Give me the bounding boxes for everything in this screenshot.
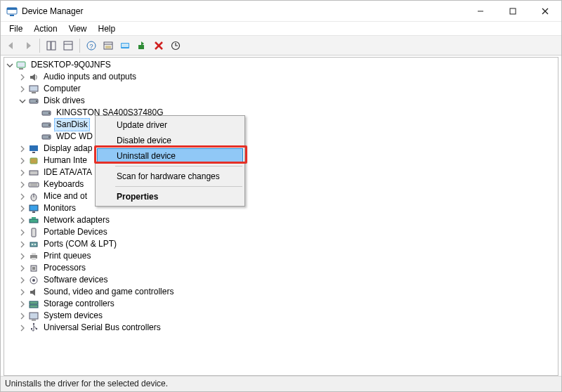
chevron-right-icon[interactable]	[18, 192, 27, 201]
tree-item-label: Disk drives	[42, 95, 86, 107]
toolbar: ?	[1, 36, 561, 55]
tree-disk-drives[interactable]: Disk drives	[18, 95, 558, 107]
menubar: File Action View Help	[1, 22, 561, 36]
svg-rect-49	[30, 242, 37, 247]
chevron-right-icon[interactable]	[18, 204, 27, 213]
tree-item-label: Monitors	[42, 202, 77, 214]
chevron-right-icon[interactable]	[18, 85, 27, 93]
chevron-right-icon[interactable]	[18, 73, 27, 81]
uninstall-device-button[interactable]	[151, 38, 166, 53]
tree-item-label: Network adapters	[42, 214, 111, 226]
chevron-right-icon[interactable]	[18, 276, 27, 285]
menu-view[interactable]: View	[63, 22, 93, 35]
context-separator	[115, 186, 242, 187]
menu-file[interactable]: File	[4, 22, 28, 35]
tree-item-label: Storage controllers	[42, 298, 116, 310]
chevron-down-icon[interactable]	[6, 61, 14, 70]
tree-computer[interactable]: Computer	[18, 83, 558, 95]
cpu-icon	[28, 263, 39, 274]
tree-storage[interactable]: Storage controllers	[18, 298, 558, 310]
tree-item-label: Sound, video and game controllers	[42, 286, 175, 298]
display-icon	[28, 143, 39, 155]
tree-item-label: Software devices	[42, 274, 109, 286]
tree-item-label: System devices	[42, 310, 104, 322]
forward-button[interactable]	[20, 38, 36, 53]
svg-point-63	[33, 322, 34, 324]
tree-system[interactable]: System devices	[18, 310, 558, 322]
status-bar: Uninstalls the driver for the selected d…	[1, 376, 561, 391]
minimize-button[interactable]	[464, 1, 497, 22]
svg-rect-64	[31, 328, 32, 329]
context-properties[interactable]: Properties	[97, 189, 243, 204]
action-pane-button[interactable]	[60, 38, 76, 53]
tree-root-label: DESKTOP-9Q0JNFS	[30, 59, 112, 71]
chevron-right-icon[interactable]	[18, 252, 27, 261]
tree-item-label: Mice and ot	[42, 190, 89, 202]
tree-root[interactable]: DESKTOP-9Q0JNFS	[6, 59, 558, 71]
chevron-right-icon[interactable]	[18, 216, 27, 225]
tree-ports[interactable]: Ports (COM & LPT)	[18, 238, 558, 250]
context-scan-hardware[interactable]: Scan for hardware changes	[97, 169, 243, 184]
chevron-right-icon[interactable]	[18, 228, 27, 237]
chevron-right-icon[interactable]	[18, 240, 27, 249]
disk-icon	[41, 119, 52, 131]
chevron-right-icon[interactable]	[18, 312, 27, 320]
svg-rect-44	[30, 205, 38, 211]
show-hidden-button[interactable]	[117, 38, 133, 53]
context-uninstall-device[interactable]: Uninstall device	[97, 148, 243, 164]
tree-processors[interactable]: Processors	[18, 262, 558, 274]
update-driver-button[interactable]	[134, 38, 150, 53]
chevron-right-icon[interactable]	[18, 145, 27, 153]
chevron-right-icon[interactable]	[18, 169, 27, 177]
svg-rect-37	[30, 158, 37, 164]
svg-point-28	[36, 100, 37, 102]
close-button[interactable]	[529, 1, 561, 22]
network-icon	[28, 215, 39, 226]
chevron-right-icon[interactable]	[18, 181, 27, 189]
tree-item-label: Display adap	[42, 143, 93, 155]
portable-icon	[28, 227, 39, 238]
menu-action[interactable]: Action	[28, 22, 63, 35]
tree-network[interactable]: Network adapters	[18, 214, 558, 226]
svg-rect-48	[32, 228, 36, 237]
context-update-driver[interactable]: Update driver	[97, 117, 243, 133]
maximize-button[interactable]	[497, 1, 529, 22]
svg-rect-23	[17, 62, 25, 67]
back-button[interactable]	[4, 38, 19, 53]
disk-icon	[41, 131, 52, 143]
tree-audio[interactable]: Audio inputs and outputs	[18, 71, 558, 83]
svg-rect-4	[510, 8, 516, 14]
svg-rect-54	[32, 258, 36, 260]
svg-rect-8	[51, 41, 55, 50]
tree-software[interactable]: Software devices	[18, 274, 558, 286]
chevron-right-icon[interactable]	[18, 157, 27, 165]
svg-rect-2	[10, 15, 14, 16]
chevron-down-icon[interactable]	[18, 97, 27, 105]
tree-usb[interactable]: Universal Serial Bus controllers	[18, 322, 558, 334]
chevron-right-icon[interactable]	[18, 288, 27, 296]
help-button[interactable]: ?	[84, 38, 99, 53]
svg-rect-26	[32, 92, 36, 93]
show-hide-tree-button[interactable]	[44, 38, 59, 53]
chevron-right-icon[interactable]	[18, 300, 27, 308]
chevron-right-icon[interactable]	[18, 324, 27, 332]
tree-item-label: Portable Devices	[42, 226, 109, 238]
svg-rect-56	[32, 267, 35, 270]
svg-rect-36	[32, 152, 35, 153]
properties-button[interactable]	[100, 38, 116, 53]
menu-help[interactable]: Help	[93, 22, 122, 35]
tree-sound[interactable]: Sound, video and game controllers	[18, 286, 558, 298]
chevron-right-icon[interactable]	[18, 264, 27, 273]
scan-hardware-button[interactable]	[168, 38, 183, 53]
tree-item-label: Print queues	[42, 250, 92, 262]
disk-icon	[41, 107, 52, 119]
tree-item-label: Keyboards	[42, 178, 85, 190]
tree-print[interactable]: Print queues	[18, 250, 558, 262]
svg-rect-18	[122, 44, 129, 47]
context-separator	[115, 166, 242, 166]
svg-rect-24	[19, 68, 23, 70]
tree-portable[interactable]: Portable Devices	[18, 226, 558, 238]
printer-icon	[28, 251, 39, 262]
svg-rect-25	[30, 86, 38, 91]
context-disable-device[interactable]: Disable device	[97, 133, 243, 148]
